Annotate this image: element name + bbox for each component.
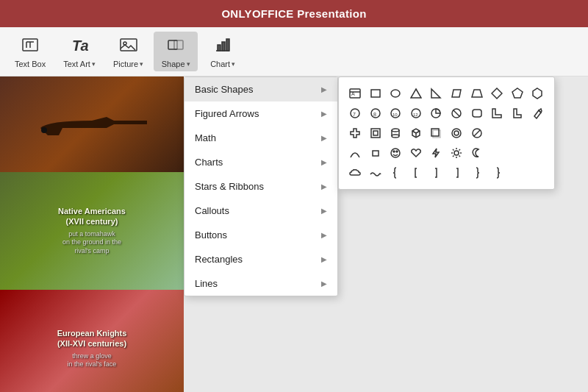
shape-square-shadow-icon[interactable] (427, 124, 445, 142)
shape-wave-icon[interactable] (367, 164, 384, 182)
shape-parallelogram-icon[interactable] (448, 85, 465, 102)
shape-arc-icon[interactable] (346, 144, 364, 162)
native-subtitle: put a tomahawkon the ground in therival'… (58, 230, 126, 256)
lines-arrow: ▶ (321, 279, 327, 288)
svg-point-18 (391, 90, 400, 97)
shape-cross-icon[interactable] (346, 124, 364, 142)
text-art-button[interactable]: Ta Text Art ▾ (56, 32, 103, 71)
svg-point-13 (41, 127, 47, 133)
menu-item-stars-ribbons[interactable]: Stars & Ribbons ▶ (184, 174, 337, 199)
svg-rect-37 (473, 110, 481, 117)
shape-trapezoid-icon[interactable] (468, 85, 486, 102)
shape-circle-num1-icon[interactable]: 7 (346, 104, 364, 122)
svg-line-63 (453, 149, 454, 151)
picture-icon (118, 35, 139, 58)
svg-line-66 (453, 156, 454, 157)
menu-item-buttons[interactable]: Buttons ▶ (184, 223, 337, 247)
shape-l-shape-icon[interactable] (509, 104, 526, 122)
shape-picker-panel: A 7 8 (338, 76, 555, 190)
shape-cylinder-icon[interactable] (387, 124, 404, 142)
chart-button[interactable]: Chart ▾ (201, 32, 245, 71)
chart-label: Chart ▾ (210, 60, 235, 68)
shape-brace-right2-icon[interactable] (488, 164, 506, 182)
menu-item-rectangles[interactable]: Rectangles ▶ (184, 247, 337, 271)
svg-point-56 (396, 151, 398, 152)
shape-circle-num2-icon[interactable]: 8 (367, 104, 384, 122)
shape-bracket-left-icon[interactable] (407, 164, 425, 182)
shape-no-symbol-icon[interactable] (468, 124, 486, 142)
menu-item-basic-shapes[interactable]: Basic Shapes ▶ (184, 77, 337, 101)
shape-empty1 (488, 124, 506, 142)
picture-arrow: ▾ (140, 60, 143, 68)
shape-cloud-icon[interactable] (346, 164, 364, 182)
shape-hexagon-icon[interactable] (528, 85, 546, 102)
shape-circle-num3-icon[interactable]: 10 (387, 104, 404, 122)
svg-marker-20 (431, 89, 440, 98)
toolbar: Text Box Ta Text Art ▾ Picture ▾ (0, 27, 588, 76)
svg-rect-8 (174, 40, 183, 49)
svg-marker-25 (533, 88, 542, 99)
svg-text:12: 12 (413, 113, 418, 117)
shape-cube-icon[interactable] (407, 124, 425, 142)
menu-item-figured-arrows[interactable]: Figured Arrows ▶ (184, 101, 337, 126)
menu-item-lines[interactable]: Lines ▶ (184, 271, 337, 296)
svg-marker-21 (452, 90, 461, 97)
text-box-button[interactable]: Text Box (7, 32, 53, 71)
text-art-icon: Ta (69, 35, 90, 58)
shape-ring-icon[interactable] (448, 124, 465, 142)
shape-pencil-icon[interactable] (528, 104, 546, 122)
text-art-arrow: ▾ (92, 60, 96, 68)
shape-triangle-icon[interactable] (407, 85, 425, 102)
shape-pie-icon[interactable] (427, 104, 445, 122)
callouts-arrow: ▶ (321, 207, 327, 215)
shape-empty4 (488, 144, 506, 162)
menu-item-callouts[interactable]: Callouts ▶ (184, 199, 337, 223)
shape-corner-icon[interactable] (488, 104, 506, 122)
chart-icon (212, 35, 233, 58)
slide-thumb-bot: European Knights(XII-XVI centuries) thre… (0, 290, 184, 392)
svg-line-36 (453, 110, 459, 116)
shape-chord-icon[interactable] (448, 104, 465, 122)
shape-lightning-icon[interactable] (427, 144, 445, 162)
shape-sun-icon[interactable] (448, 144, 465, 162)
shape-empty2 (509, 124, 526, 142)
shape-rectangle-icon[interactable] (367, 85, 384, 102)
shape-pentagon-icon[interactable] (509, 85, 526, 102)
shape-frame-icon[interactable] (367, 124, 384, 142)
text-box-icon (20, 35, 40, 58)
shape-dropdown: Basic Shapes ▶ Figured Arrows ▶ Math ▶ C… (184, 76, 338, 296)
shape-bracket-right2-icon[interactable] (448, 164, 465, 182)
shape-empty3 (528, 124, 546, 142)
math-arrow: ▶ (321, 134, 327, 142)
shape-bracket-right1-icon[interactable] (427, 164, 445, 182)
gun-image (33, 102, 151, 146)
shape-heart-icon[interactable] (407, 144, 425, 162)
shape-button[interactable]: Shape ▾ (154, 32, 198, 71)
picture-button[interactable]: Picture ▾ (106, 32, 151, 71)
shape-rounded-rect-icon[interactable] (468, 104, 486, 122)
shape-right-triangle-icon[interactable] (427, 85, 445, 102)
buttons-arrow: ▶ (321, 231, 327, 239)
menu-item-math[interactable]: Math ▶ (184, 126, 337, 150)
shape-text-icon[interactable]: A (346, 85, 364, 102)
shape-brace-right1-icon[interactable] (468, 164, 486, 182)
shape-brace-left-icon[interactable] (387, 164, 404, 182)
shape-circle-num4-icon[interactable]: 12 (407, 104, 425, 122)
shape-arrow: ▾ (187, 60, 190, 68)
knights-subtitle: threw a glovein the rival's face (57, 352, 127, 369)
shape-diamond-icon[interactable] (488, 85, 506, 102)
picture-label: Picture ▾ (113, 60, 143, 68)
app-title: ONLYOFFICE Presentation (221, 7, 366, 20)
slide-panel: Native Americans(XVII century) put a tom… (0, 76, 184, 392)
shape-smiley-icon[interactable] (387, 144, 404, 162)
main-area: Native Americans(XVII century) put a tom… (0, 76, 588, 392)
shape-oval-icon[interactable] (387, 85, 404, 102)
rectangles-arrow: ▶ (321, 255, 327, 263)
svg-marker-22 (472, 90, 482, 97)
shape-moon-icon[interactable] (468, 144, 486, 162)
svg-text:8: 8 (373, 112, 376, 117)
shape-small-rect-icon[interactable] (367, 144, 384, 162)
svg-marker-24 (512, 88, 523, 98)
menu-item-charts[interactable]: Charts ▶ (184, 150, 337, 174)
shape-label: Shape ▾ (162, 60, 190, 68)
